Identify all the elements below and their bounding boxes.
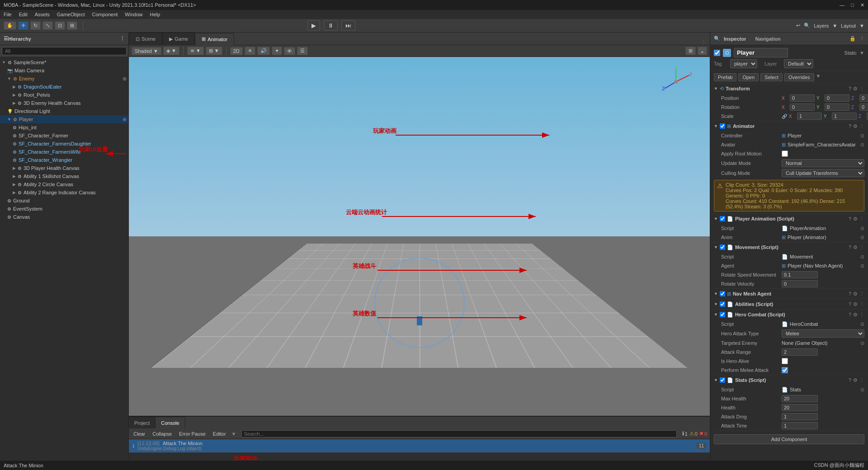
hc-attack-type-dropdown[interactable]: Melee (782, 329, 864, 338)
movement-header[interactable]: ▼ 📄 Movement (Script) ? ⚙ ⋮ (710, 242, 868, 252)
tree-item-ability1[interactable]: ▶ ⚙ Ability 1 Skillshot Canvas (0, 172, 128, 180)
position-x[interactable] (790, 94, 815, 102)
step-button[interactable]: ⏭ (341, 20, 355, 31)
tab-project[interactable]: Project (129, 417, 156, 428)
undo-icon[interactable]: ↩ (796, 23, 800, 28)
hand-tool[interactable]: ✋ (4, 21, 16, 30)
audio-toggle[interactable]: 🔊 (257, 47, 270, 55)
pa-script-pick[interactable]: ⊙ (860, 226, 864, 231)
add-component-button[interactable]: Add Component (714, 434, 864, 444)
tree-item-dragonsoul[interactable]: ▶ ⚙ DragonSoulEater (0, 83, 128, 91)
tree-item-ground[interactable]: ⚙ Ground (0, 197, 128, 205)
rect-tool[interactable]: ⊡ (55, 21, 65, 30)
prefab-button[interactable]: Prefab (714, 73, 736, 81)
more-icon[interactable]: ⋮ (859, 216, 864, 222)
overrides-dropdown[interactable]: ▼ (816, 73, 821, 81)
avatar-pick-icon[interactable]: ⊙ (860, 142, 864, 148)
layout-dropdown[interactable]: ▼ (859, 23, 864, 28)
st-script-pick[interactable]: ⊙ (860, 387, 864, 393)
animator-enabled[interactable] (720, 123, 725, 129)
shading-dropdown[interactable]: Shaded ▼ (132, 47, 161, 55)
console-log-item[interactable]: ℹ [11:22:06] Attack The Minion UnityEngi… (129, 439, 710, 453)
tree-item-wrangler[interactable]: ⚙ SF_Character_Wrangler (0, 156, 128, 164)
render-mode[interactable]: ≋ ▼ (187, 47, 204, 55)
help-icon[interactable]: ? (849, 244, 851, 250)
more-icon[interactable]: ⋮ (859, 377, 864, 383)
settings-icon[interactable]: ⚙ (853, 86, 858, 92)
abilities-header[interactable]: ▼ 📄 Abilities (Script) ? ⚙ ⋮ (710, 299, 868, 309)
2d-toggle[interactable]: 2D (230, 47, 243, 55)
tag-dropdown[interactable]: player (730, 59, 757, 68)
menu-gameobject[interactable]: GameObject (57, 12, 85, 17)
apply-root-motion-toggle[interactable] (782, 150, 788, 157)
help-icon[interactable]: ? (849, 291, 851, 297)
move-tool[interactable]: ✛ (18, 21, 28, 30)
culling-mode-dropdown[interactable]: Cull Update Transforms (782, 169, 864, 177)
error-pause-button[interactable]: Error Pause (177, 431, 208, 437)
close-button[interactable]: ✕ (860, 2, 864, 8)
tree-item-ability2circle[interactable]: ▶ ⚙ Ability 2 Circle Canvas (0, 180, 128, 188)
mv-script-pick[interactable]: ⊙ (860, 254, 864, 260)
scene-visibility[interactable]: 👁 (284, 47, 295, 55)
help-icon[interactable]: ? (849, 312, 851, 318)
editor-button[interactable]: Editor (211, 431, 228, 437)
hc-alive-toggle[interactable] (782, 358, 788, 364)
pa-enabled[interactable] (720, 216, 725, 221)
rotation-x[interactable] (790, 103, 815, 111)
pause-button[interactable]: ⏸ (324, 20, 338, 31)
layers-dropdown[interactable]: ▼ (832, 23, 837, 28)
menu-help[interactable]: Help (150, 12, 160, 17)
menu-file[interactable]: File (4, 12, 12, 17)
st-maxhealth-input[interactable] (782, 395, 818, 402)
tree-item-enemy[interactable]: ▼ ⚙ Enemy ⊕ (0, 75, 128, 83)
gizmos-btn[interactable]: ⊞ ▼ (206, 47, 222, 55)
player-animation-header[interactable]: ▼ 📄 Player Animation (Script) ? ⚙ ⋮ (710, 214, 868, 224)
tree-item-farmersdaughter[interactable]: ⚙ SF_Character_FarmersDaughter (0, 140, 128, 148)
more-icon[interactable]: ⋮ (859, 86, 864, 92)
more-icon[interactable]: ⋮ (859, 123, 864, 129)
hero-combat-header[interactable]: ▼ 📄 Hero Combat (Script) ? ⚙ ⋮ (710, 310, 868, 320)
nm-enabled[interactable] (720, 291, 725, 296)
object-active-toggle[interactable] (714, 50, 720, 56)
hc-script-value[interactable]: 📄 (782, 321, 788, 327)
settings-icon[interactable]: ⚙ (853, 244, 858, 250)
settings-icon[interactable]: ⚙ (853, 301, 858, 307)
menu-component[interactable]: Component (92, 12, 118, 17)
scene-view[interactable]: X Y Z 玩家动画 云端云动画统计 (129, 57, 710, 416)
layer-dropdown[interactable]: Default (784, 59, 813, 68)
mv-agent-pick[interactable]: ⊙ (860, 263, 864, 269)
play-button[interactable]: ▶ (307, 20, 320, 31)
help-icon[interactable]: ? (849, 301, 851, 307)
lighting-toggle[interactable]: ☀ (245, 47, 255, 55)
dropdown-arrow[interactable]: ▼ (231, 431, 236, 437)
more-icon[interactable]: ⋮ (859, 312, 864, 318)
tree-item-farmer[interactable]: ⚙ SF_Character_Farmer (0, 132, 128, 140)
menu-edit[interactable]: Edit (19, 12, 28, 17)
st-health-input[interactable] (782, 404, 818, 411)
hc-range-input[interactable] (782, 348, 818, 356)
tree-item-hips[interactable]: ⚙ Hips_int (0, 123, 128, 132)
search-icon[interactable]: 🔍 (804, 23, 810, 28)
navmesh-header[interactable]: ▼ ⊞ Nav Mesh Agent ? ⚙ ⋮ (710, 289, 868, 299)
mv-enabled[interactable] (720, 244, 725, 250)
rotation-y[interactable] (825, 103, 849, 111)
menu-window[interactable]: Window (125, 12, 142, 17)
tree-item-player[interactable]: ▼ ⚙ Player ⊕ (0, 115, 128, 123)
pa-script-value[interactable]: 📄 (782, 226, 788, 231)
select-button[interactable]: Select (760, 73, 783, 81)
more-icon[interactable]: ⋮ (859, 301, 864, 307)
tree-item-samplescene[interactable]: ▼ ⚙ SampleScene* (0, 58, 128, 66)
help-icon[interactable]: ? (849, 216, 851, 222)
settings-icon[interactable]: ⚙ (853, 123, 858, 129)
more-icon[interactable]: ⋮ (859, 291, 864, 297)
inspector-lock-icon[interactable]: 🔒 (849, 36, 856, 42)
tree-item-enemy-health[interactable]: ▶ ⚙ 3D Enemy Health Canvas (0, 99, 128, 107)
help-icon[interactable]: ? (849, 123, 851, 129)
stats-header[interactable]: ▼ 📄 Stats (Script) ? ⚙ ⋮ (710, 375, 868, 385)
rotate-tool[interactable]: ↻ (30, 21, 41, 30)
hc-target-pick[interactable]: ⊙ (860, 340, 864, 346)
transform-tool[interactable]: ⊞ (67, 21, 77, 30)
help-icon[interactable]: ? (849, 377, 851, 383)
position-z[interactable] (859, 94, 868, 102)
collapse-button[interactable]: Collapse (151, 431, 174, 437)
